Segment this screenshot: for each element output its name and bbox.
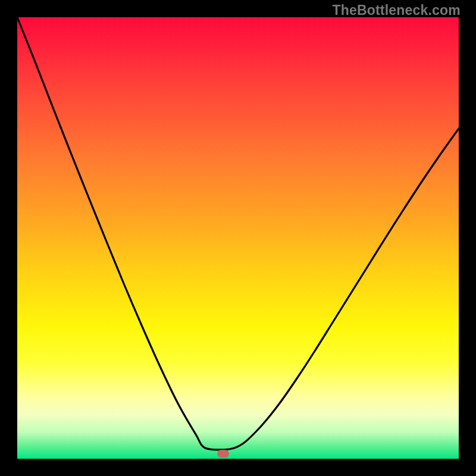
minimum-marker [217,450,229,458]
watermark-text: TheBottleneck.com [332,2,461,18]
curve-path [17,17,459,450]
bottleneck-curve [17,17,459,459]
